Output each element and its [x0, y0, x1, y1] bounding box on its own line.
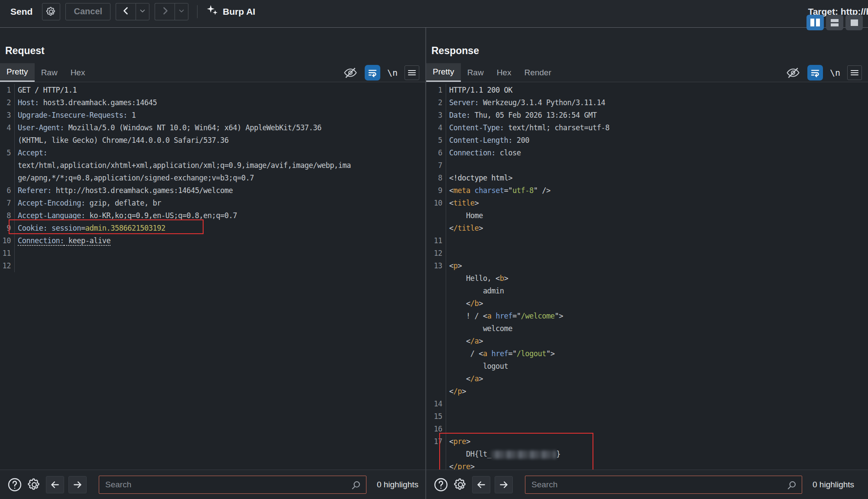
- line-number: [0, 172, 15, 184]
- burp-ai-label: Burp AI: [223, 6, 255, 17]
- code-text: text/html,application/xhtml+xml,applicat…: [15, 159, 351, 172]
- code-text: Server: Werkzeug/3.1.4 Python/3.11.14: [446, 97, 605, 109]
- chevron-down-icon: [178, 7, 185, 16]
- search-next-button[interactable]: [495, 476, 513, 493]
- request-tab-raw[interactable]: Raw: [35, 63, 64, 82]
- line-number: [426, 360, 446, 373]
- line-number: 10: [0, 235, 15, 247]
- code-text: Upgrade-Insecure-Requests: 1: [15, 109, 136, 122]
- word-wrap-icon[interactable]: [365, 65, 380, 80]
- code-row: 11: [0, 247, 425, 260]
- forward-dropdown-button[interactable]: [175, 3, 188, 20]
- code-text: Cookie: session=admin.3586621503192: [15, 222, 165, 235]
- code-row: 15: [426, 410, 868, 423]
- response-tab-hex[interactable]: Hex: [490, 63, 518, 82]
- gear-icon[interactable]: [453, 477, 468, 492]
- forward-button[interactable]: [155, 3, 175, 20]
- line-number: 9: [0, 222, 15, 235]
- response-tab-raw[interactable]: Raw: [461, 63, 490, 82]
- columns-layout-icon[interactable]: [806, 15, 824, 30]
- code-text: [446, 410, 449, 423]
- code-text: [446, 398, 449, 410]
- code-text: </b>: [446, 297, 483, 310]
- code-row: 6Referer: http://host3.dreamhack.games:1…: [0, 184, 425, 197]
- send-button[interactable]: Send: [10, 6, 32, 17]
- response-panel-title: Response: [426, 28, 868, 63]
- code-row: </title>: [426, 222, 868, 235]
- line-number: [426, 209, 446, 222]
- request-tab-hex[interactable]: Hex: [64, 63, 92, 82]
- request-tabrow: Pretty Raw Hex \n: [0, 63, 425, 82]
- code-row: 12: [0, 260, 425, 272]
- line-number: [426, 385, 446, 398]
- search-input[interactable]: [99, 476, 366, 494]
- code-row: 2Server: Werkzeug/3.1.4 Python/3.11.14: [426, 97, 868, 109]
- hamburger-menu-icon[interactable]: [847, 65, 862, 80]
- line-number: [426, 222, 446, 235]
- gear-icon[interactable]: [27, 477, 42, 492]
- code-row: 11: [426, 235, 868, 247]
- line-number: 17: [426, 435, 446, 448]
- code-text: Host: host3.dreamhack.games:14645: [15, 97, 157, 109]
- request-editor-options: \n: [343, 63, 419, 82]
- send-settings-button[interactable]: [42, 3, 60, 20]
- chevron-right-icon: [160, 6, 170, 18]
- line-number: [426, 335, 446, 348]
- request-editor[interactable]: 1GET / HTTP/1.12Host: host3.dreamhack.ga…: [0, 82, 425, 470]
- response-editor[interactable]: 1HTTP/1.1 200 OK2Server: Werkzeug/3.1.4 …: [426, 82, 868, 470]
- chevron-down-icon: [139, 7, 146, 16]
- response-searchbar: 0 highlights: [426, 470, 868, 499]
- question-icon[interactable]: [433, 477, 449, 493]
- history-back-group: [116, 3, 149, 20]
- line-number: 11: [0, 247, 15, 260]
- request-tab-pretty[interactable]: Pretty: [0, 63, 35, 82]
- code-text: [15, 247, 18, 260]
- hamburger-menu-icon[interactable]: [405, 65, 419, 80]
- code-text: Content-Length: 200: [446, 134, 529, 147]
- line-number: 10: [426, 197, 446, 209]
- search-next-button[interactable]: [68, 476, 87, 493]
- line-number: 6: [0, 184, 15, 197]
- burp-ai-button[interactable]: Burp AI: [206, 4, 255, 19]
- eye-slash-icon[interactable]: [786, 65, 800, 80]
- newline-toggle[interactable]: \n: [830, 68, 840, 78]
- line-number: [426, 297, 446, 310]
- search-icon[interactable]: [350, 479, 362, 493]
- code-text: welcome: [446, 322, 512, 335]
- code-text: </p>: [446, 385, 466, 398]
- code-text: HTTP/1.1 200 OK: [446, 84, 512, 97]
- response-tab-render[interactable]: Render: [518, 63, 557, 82]
- toolbar-divider: [197, 5, 198, 18]
- cancel-button[interactable]: Cancel: [65, 3, 110, 20]
- line-number: [426, 448, 446, 460]
- line-number: 5: [426, 134, 446, 147]
- search-icon[interactable]: [786, 479, 798, 493]
- code-text: Home: [446, 209, 483, 222]
- rows-layout-icon[interactable]: [826, 15, 843, 30]
- single-layout-icon[interactable]: [845, 15, 863, 30]
- eye-slash-icon[interactable]: [343, 65, 358, 80]
- code-text: User-Agent: Mozilla/5.0 (Windows NT 10.0…: [15, 122, 321, 134]
- line-number: 7: [426, 159, 446, 172]
- code-text: Hello, <b>: [446, 272, 508, 285]
- code-text: [15, 260, 18, 272]
- line-number: [426, 322, 446, 335]
- request-panel: Request Pretty Raw Hex: [0, 28, 425, 499]
- sparkles-icon: [206, 4, 218, 19]
- newline-toggle[interactable]: \n: [387, 68, 398, 78]
- code-row: 10Connection: keep-alive: [0, 235, 425, 247]
- back-dropdown-button[interactable]: [136, 3, 149, 20]
- response-panel: Response Pretty Raw Hex Render: [426, 28, 868, 499]
- search-prev-button[interactable]: [46, 476, 64, 493]
- question-icon[interactable]: [7, 477, 23, 493]
- request-panel-title: Request: [0, 28, 425, 63]
- search-input[interactable]: [525, 476, 802, 494]
- layout-switcher: [806, 15, 863, 30]
- word-wrap-icon[interactable]: [807, 65, 823, 80]
- code-row: admin: [426, 285, 868, 297]
- back-button[interactable]: [116, 3, 136, 20]
- search-prev-button[interactable]: [472, 476, 490, 493]
- line-number: 3: [426, 109, 446, 122]
- response-tab-pretty[interactable]: Pretty: [426, 63, 461, 82]
- line-number: [426, 373, 446, 385]
